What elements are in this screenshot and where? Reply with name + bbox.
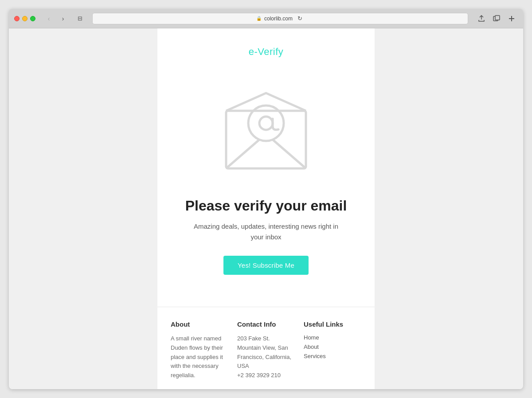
svg-rect-4 <box>226 111 306 168</box>
forward-button[interactable]: › <box>57 14 69 23</box>
footer-link-services[interactable]: Services <box>304 353 361 359</box>
svg-rect-1 <box>495 16 500 20</box>
footer-links-list: Home About Services <box>304 334 361 359</box>
footer-link-home[interactable]: Home <box>304 334 361 341</box>
main-subtitle: Amazing deals, updates, interesting news… <box>191 221 341 242</box>
refresh-button[interactable]: ↻ <box>295 14 304 23</box>
footer-link-about[interactable]: About <box>304 343 361 350</box>
svg-point-8 <box>259 117 273 130</box>
footer-about-text: A small river named Duden flows by their… <box>171 334 228 380</box>
footer-contact-title: Contact Info <box>237 320 295 328</box>
back-button[interactable]: ‹ <box>43 14 55 23</box>
subscribe-button[interactable]: Yes! Subscribe Me <box>223 256 309 275</box>
browser-window: ‹ › ⊟ 🔒 colorlib.com ↻ <box>9 9 523 389</box>
footer-links-section: Useful Links Home About Services <box>304 320 361 380</box>
minimize-button[interactable] <box>22 16 27 21</box>
footer-links-title: Useful Links <box>304 320 361 328</box>
main-title: Please verify your email <box>185 198 347 214</box>
footer-contact-address: 203 Fake St. Mountain View, San Francisc… <box>237 334 295 371</box>
footer-contact-phone: +2 392 3929 210 <box>237 371 295 380</box>
add-tab-icon[interactable] <box>505 12 518 25</box>
svg-line-6 <box>273 140 306 168</box>
share-button[interactable] <box>475 12 488 25</box>
browser-content: e-Verify <box>9 28 523 389</box>
new-tab-button[interactable] <box>490 12 503 25</box>
footer-grid: About A small river named Duden flows by… <box>171 320 361 380</box>
maximize-button[interactable] <box>30 16 35 21</box>
traffic-lights <box>14 16 35 21</box>
nav-buttons: ‹ › <box>43 14 69 23</box>
reader-view-button[interactable]: ⊟ <box>74 14 85 23</box>
lock-icon: 🔒 <box>256 16 262 21</box>
footer: About A small river named Duden flows by… <box>157 307 375 389</box>
envelope-illustration <box>213 75 319 182</box>
address-bar[interactable]: 🔒 colorlib.com ↻ <box>92 13 468 24</box>
footer-contact-section: Contact Info 203 Fake St. Mountain View,… <box>237 320 295 380</box>
footer-about-title: About <box>171 320 228 328</box>
toolbar-right <box>475 12 518 25</box>
url-text: colorlib.com <box>264 16 293 22</box>
svg-line-5 <box>226 140 259 168</box>
main-content: e-Verify <box>157 28 375 307</box>
footer-about-section: About A small river named Duden flows by… <box>171 320 228 380</box>
brand-logo: e-Verify <box>249 46 284 58</box>
browser-titlebar: ‹ › ⊟ 🔒 colorlib.com ↻ <box>9 9 523 28</box>
page-wrapper: e-Verify <box>157 28 375 389</box>
close-button[interactable] <box>14 16 20 21</box>
